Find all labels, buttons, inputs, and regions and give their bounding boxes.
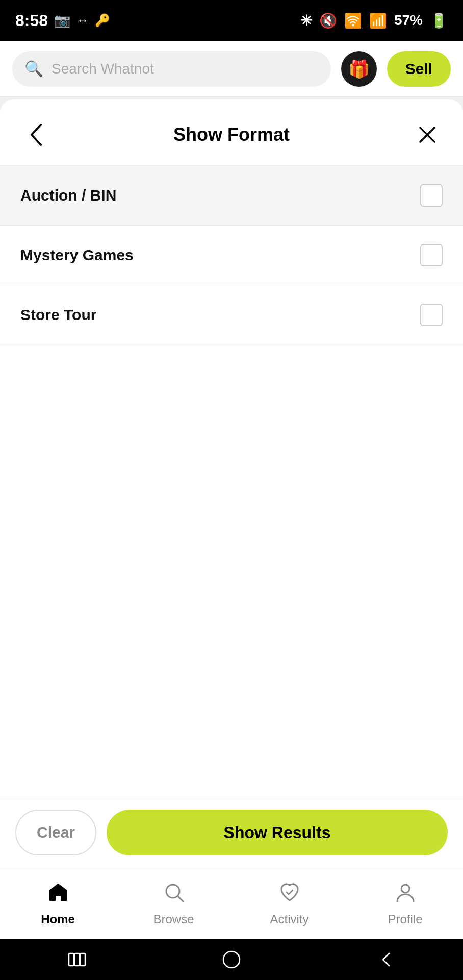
checkbox-mystery-games[interactable] [420,244,443,266]
filter-label-mystery-games: Mystery Games [20,247,134,264]
show-results-button[interactable]: Show Results [107,810,448,855]
wifi-icon: 🛜 [344,12,362,29]
filter-label-store-tour: Store Tour [20,306,96,324]
svg-point-1 [401,885,409,893]
nav-item-profile[interactable]: Profile [347,881,463,926]
action-bar: Clear Show Results [0,797,463,868]
nav-label-profile: Profile [388,912,422,926]
status-time: 8:58 [15,11,48,30]
status-bar-left: 8:58 📷 ↔ 🔑 [15,11,110,30]
mute-icon: 🔇 [319,12,337,29]
search-icon: 🔍 [24,60,43,78]
gift-icon: 🎁 [348,59,370,79]
nav-item-browse[interactable]: Browse [116,881,232,926]
nav-label-activity: Activity [270,912,308,926]
show-results-label: Show Results [224,823,331,842]
browse-icon [163,881,185,908]
status-bar-right: ✳ 🔇 🛜 📶 57% 🔋 [300,12,448,29]
modal-sheet: Show Format Auction / BIN Mystery Games … [0,99,463,868]
sim-icon: ↔ [76,13,89,28]
modal-title: Show Format [173,124,290,145]
signal-icon: 📶 [369,12,387,29]
battery-icon: 🔋 [430,12,448,29]
bluetooth-icon: ✳ [300,12,312,29]
key-icon: 🔑 [95,13,110,28]
filter-label-auction-bin: Auction / BIN [20,187,116,204]
close-button[interactable] [412,119,443,150]
bottom-nav: Home Browse Activity Profile [0,868,463,939]
video-icon: 📷 [54,13,70,29]
filter-list: Auction / BIN Mystery Games Store Tour [0,166,463,571]
svg-point-5 [223,951,240,968]
status-bar: 8:58 📷 ↔ 🔑 ✳ 🔇 🛜 📶 57% 🔋 [0,0,463,41]
sell-label: Sell [405,60,432,78]
clear-button[interactable]: Clear [15,810,96,855]
filter-item-store-tour[interactable]: Store Tour [0,285,463,345]
nav-item-activity[interactable]: Activity [232,881,347,926]
search-bar[interactable]: 🔍 Search Whatnot [12,51,331,87]
android-recent-button[interactable] [62,944,92,975]
back-button[interactable] [20,119,51,150]
checkbox-store-tour[interactable] [420,304,443,326]
android-home-button[interactable] [216,944,247,975]
svg-rect-2 [69,953,74,966]
android-back-button[interactable] [371,944,401,975]
gift-button[interactable]: 🎁 [341,51,377,87]
battery-text: 57% [394,12,423,29]
nav-item-home[interactable]: Home [0,881,116,926]
empty-content [0,571,463,797]
profile-icon [394,881,417,908]
activity-icon [278,881,301,908]
sell-button[interactable]: Sell [387,51,451,87]
top-nav-bar: 🔍 Search Whatnot 🎁 Sell [0,41,463,97]
android-nav-bar [0,939,463,980]
checkbox-auction-bin[interactable] [420,184,443,207]
filter-item-mystery-games[interactable]: Mystery Games [0,226,463,285]
clear-label: Clear [37,824,75,841]
svg-rect-3 [74,953,80,966]
search-placeholder: Search Whatnot [52,61,154,77]
svg-rect-4 [80,953,85,966]
modal-header: Show Format [0,99,463,166]
nav-label-home: Home [41,912,75,926]
filter-item-auction-bin[interactable]: Auction / BIN [0,166,463,226]
nav-label-browse: Browse [153,912,194,926]
home-icon [47,881,69,908]
